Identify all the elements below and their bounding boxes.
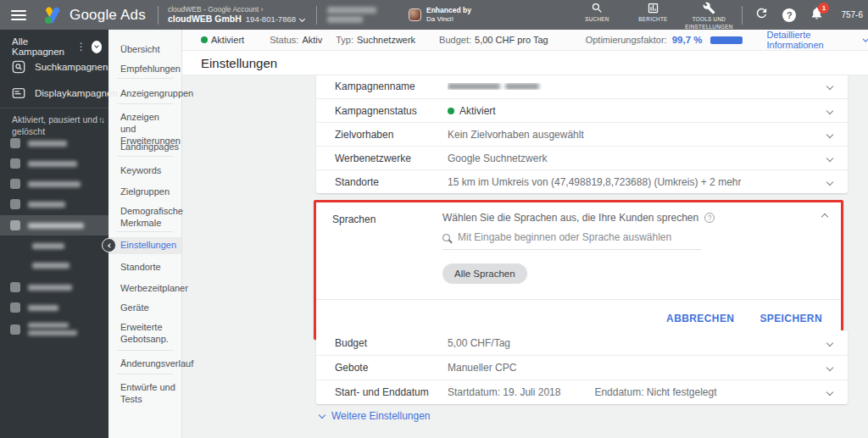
sort-icon[interactable]: ↑↓ bbox=[98, 114, 103, 137]
campaign-list-item[interactable] bbox=[10, 323, 77, 335]
campaign-list-item[interactable] bbox=[10, 199, 65, 209]
sidebar-item-suchkampagnen[interactable]: Suchkampagnen bbox=[12, 60, 108, 74]
divider bbox=[117, 350, 173, 351]
top-app-bar: Google Ads cloudWEB - Google Account › c… bbox=[0, 0, 868, 30]
campaign-status-bar: Aktiviert Status: Aktiv Typ: Suchnetzwer… bbox=[182, 30, 868, 51]
setting-value: 15 km im Umkreis von (47,498819,8,723688… bbox=[448, 176, 819, 188]
settings-row-werbenetzwerke[interactable]: Werbenetzwerke Google Suchnetzwerk bbox=[316, 146, 848, 169]
menu-item-erweiterte-gebotsanp[interactable]: Erweiterte Gebotsanp. bbox=[108, 319, 181, 348]
optscore-progress-bar bbox=[710, 36, 743, 44]
divider bbox=[117, 78, 173, 79]
chevron-down-icon[interactable] bbox=[826, 83, 833, 90]
setting-label: Kampagnenname bbox=[335, 80, 448, 92]
campaign-list-item[interactable] bbox=[10, 158, 77, 169]
chevron-down-icon[interactable] bbox=[826, 364, 833, 371]
google-ads-logo-icon bbox=[43, 7, 62, 24]
help-button[interactable]: ? bbox=[782, 8, 796, 22]
setting-label: Werbenetzwerke bbox=[335, 152, 448, 164]
campaign-subitem[interactable] bbox=[32, 243, 64, 249]
all-languages-chip[interactable]: Alle Sprachen bbox=[442, 263, 527, 284]
chevron-down-icon[interactable] bbox=[826, 389, 833, 396]
language-search-field[interactable] bbox=[442, 231, 701, 250]
campaign-list-item[interactable] bbox=[10, 138, 67, 148]
menu-hamburger-icon[interactable] bbox=[11, 8, 26, 23]
settings-row-kampagnenname[interactable]: Kampagnenname bbox=[316, 75, 848, 98]
kebab-menu-icon[interactable]: ⋮ bbox=[71, 41, 92, 53]
collapse-all-button[interactable] bbox=[92, 41, 102, 53]
setting-value: 5,00 CHF/Tag bbox=[448, 337, 819, 349]
chevron-down-icon[interactable] bbox=[826, 178, 833, 185]
chevron-down-icon bbox=[319, 411, 326, 418]
save-button[interactable]: SPEICHERN bbox=[760, 313, 822, 324]
product-name: Google Ads bbox=[70, 7, 146, 24]
menu-item-anzeigengruppen[interactable]: Anzeigengruppen bbox=[108, 86, 181, 103]
menu-item-keywords[interactable]: Keywords bbox=[108, 163, 181, 180]
help-icon[interactable]: ? bbox=[704, 213, 715, 223]
status-dot-icon bbox=[201, 36, 208, 43]
settings-row-budget[interactable]: Budget 5,00 CHF/Tag bbox=[316, 330, 848, 355]
more-settings-label: Weitere Einstellungen bbox=[331, 410, 431, 422]
divider bbox=[0, 108, 108, 108]
setting-label: Kampagnenstatus bbox=[335, 105, 448, 117]
settings-row-start-enddatum[interactable]: Start- und Enddatum Startdatum: 19. Juli… bbox=[316, 380, 848, 404]
menu-item-einstellungen[interactable]: Einstellungen bbox=[108, 237, 181, 254]
tools-settings-button[interactable]: TOOLS UND EINSTELLUNGEN bbox=[684, 0, 733, 31]
settings-row-zielvorhaben[interactable]: Zielvorhaben Kein Zielvorhaben ausgewähl… bbox=[316, 122, 848, 146]
menu-item-landingpages[interactable]: Landingpages bbox=[108, 139, 181, 156]
more-settings-link[interactable]: Weitere Einstellungen bbox=[320, 410, 431, 422]
sprachen-section-highlighted: Sprachen Wählen Sie die Sprachen aus, di… bbox=[314, 200, 843, 340]
display-campaign-icon bbox=[12, 86, 25, 100]
status-value: Aktiv bbox=[302, 35, 322, 45]
sidebar-item-displaykampagnen[interactable]: Displaykampagnen bbox=[12, 86, 118, 100]
customer-id-partial: 757-6 bbox=[841, 10, 863, 19]
notification-badge: 1 bbox=[818, 3, 829, 14]
campaign-subitem[interactable] bbox=[32, 263, 70, 269]
menu-item-empfehlungen[interactable]: Empfehlungen bbox=[108, 61, 181, 78]
menu-item-zielgruppen[interactable]: Zielgruppen bbox=[108, 184, 181, 201]
settings-row-kampagnenstatus[interactable]: Kampagnenstatus Aktiviert bbox=[316, 98, 848, 122]
detailed-info-link[interactable]: Detaillierte Informationen bbox=[766, 30, 868, 50]
search-icon bbox=[591, 2, 604, 14]
menu-item-demografische-merkmale[interactable]: Demografische Merkmale bbox=[108, 203, 181, 232]
chevron-down-icon[interactable] bbox=[826, 339, 833, 346]
chevron-down-icon[interactable] bbox=[826, 130, 833, 137]
divider bbox=[158, 6, 159, 25]
menu-item-werbezeitplaner[interactable]: Werbezeitplaner bbox=[108, 280, 181, 297]
campaign-list-item-selected[interactable] bbox=[0, 215, 108, 236]
account-switcher[interactable]: cloudWEB - Google Account › cloudWEB Gmb… bbox=[168, 5, 304, 25]
divider bbox=[117, 231, 173, 232]
settings-row-gebote[interactable]: Gebote Manueller CPC bbox=[316, 355, 848, 380]
menu-item-entwuerfe-tests[interactable]: Entwürfe und Tests bbox=[108, 380, 181, 408]
enhanced-by-badge: Enhanced byDa Vinci! bbox=[409, 6, 471, 24]
setting-label: Sprachen bbox=[332, 212, 442, 284]
campaign-list-item[interactable] bbox=[10, 179, 81, 189]
panel-collapse-button[interactable] bbox=[102, 238, 116, 252]
notifications-button[interactable]: 1 bbox=[810, 6, 824, 24]
budget-label: Budget: bbox=[439, 35, 471, 45]
settings-card-bottom: Budget 5,00 CHF/Tag Gebote Manueller CPC… bbox=[316, 330, 848, 404]
language-search-input[interactable] bbox=[458, 231, 701, 243]
menu-item-uebersicht[interactable]: Übersicht bbox=[108, 42, 181, 58]
cancel-button[interactable]: ABBRECHEN bbox=[666, 313, 734, 324]
menu-item-aenderungsverlauf[interactable]: Änderungsverlauf bbox=[108, 356, 181, 373]
campaign-list-item[interactable] bbox=[10, 282, 72, 292]
account-path: cloudWEB - Google Account bbox=[168, 5, 259, 14]
settings-row-standorte[interactable]: Standorte 15 km im Umkreis von (47,49881… bbox=[316, 169, 848, 193]
chevron-down-icon[interactable] bbox=[826, 154, 833, 161]
reports-button[interactable]: BERICHTE bbox=[628, 0, 677, 24]
wrench-icon bbox=[703, 2, 715, 14]
setting-value: Manueller CPC bbox=[448, 362, 819, 374]
campaign-filter-label: Aktiviert, pausiert und gelöscht bbox=[12, 114, 98, 137]
chevron-down-icon[interactable] bbox=[826, 107, 833, 114]
divider bbox=[117, 374, 173, 374]
search-campaign-icon bbox=[12, 60, 25, 74]
campaign-sidebar: Alle Kampagnen ⋮ Suchkampagnen Displayka… bbox=[0, 30, 108, 438]
campaign-list-item[interactable] bbox=[10, 302, 58, 313]
topbar-actions: SUCHEN BERICHTE TOOLS UND EINSTELLUNGEN bbox=[572, 0, 733, 31]
setting-label: Start- und Enddatum bbox=[335, 386, 448, 398]
campaign-menu-panel: Übersicht Empfehlungen Anzeigengruppen A… bbox=[108, 30, 182, 438]
search-button[interactable]: SUCHEN bbox=[572, 0, 621, 24]
refresh-button[interactable] bbox=[754, 6, 769, 24]
menu-item-geraete[interactable]: Geräte bbox=[108, 300, 181, 317]
menu-item-standorte[interactable]: Standorte bbox=[108, 259, 181, 276]
